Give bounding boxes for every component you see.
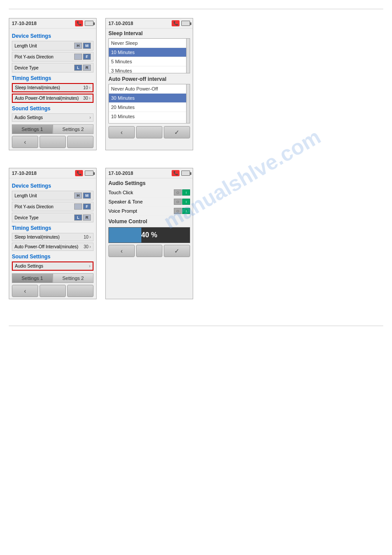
power-item-2[interactable]: 20 Minutes [109,103,190,112]
volume-control-title: Volume Control [108,218,190,225]
power-item-1[interactable]: 30 Minutes [109,94,190,103]
battery-icon-br [181,170,190,176]
bottom-auto-poweroff-row[interactable]: Auto Power-Off Interval(minutes) 30 › [12,243,94,251]
device-type-toggle[interactable]: L R [74,65,91,71]
bottom-tab-settings2[interactable]: Settings 2 [53,273,94,283]
voice-prompt-row: Voice Prompt O I [108,207,190,216]
nav-back-btn[interactable]: ‹ [12,136,38,148]
plot-yaxis-label: Plot Y-axis Direction [14,54,54,59]
bottom-audio-settings-label: Audio Settings [15,264,43,268]
bottom-plot-yaxis-f[interactable]: F [83,203,91,210]
bottom-length-unit-h[interactable]: H [74,192,82,199]
bottom-device-type-r[interactable]: R [83,214,91,221]
bottom-right-empty-btn[interactable] [136,245,162,257]
top-right-header: 17-10-2018 📞 [106,18,193,29]
speaker-tone-row: Speaker & Tone O I [108,197,190,207]
plot-yaxis-row: Plot Y-axis Direction F [12,52,94,62]
volume-control-section: Volume Control 40 % [108,218,190,243]
voice-prompt-on[interactable]: I [182,208,190,214]
nav-empty1-btn[interactable] [40,136,66,148]
auto-poweroff-row[interactable]: Auto Power-Off Interval(minutes) 30 › [12,94,94,103]
top-right-back-btn[interactable]: ‹ [108,126,135,138]
plot-yaxis-f[interactable]: F [83,54,91,60]
bottom-right-header: 17-10-2018 📞 [106,168,193,178]
bottom-sleep-interval-value: 10 [84,235,89,239]
tab-settings2[interactable]: Settings 2 [53,124,94,134]
bottom-sleep-interval-row[interactable]: Sleep Interval(minutes) 10 › [12,233,94,241]
bottom-length-unit-toggle[interactable]: H M [74,192,91,199]
top-right-body: Sleep Interval Never Sleep 10 Minutes 5 … [106,29,193,140]
bottom-plot-yaxis-toggle[interactable]: F [74,203,91,210]
bottom-device-settings-title: Device Settings [12,183,94,189]
device-type-row: Device Type L R [12,63,94,73]
top-left-body: Device Settings Length Unit H M Plot Y-a… [9,29,96,150]
bottom-audio-settings-row[interactable]: Audio Settings › [12,261,94,271]
bottom-plot-yaxis-opt1[interactable] [74,203,82,210]
voice-prompt-off[interactable]: O [174,208,182,214]
sleep-interval-row[interactable]: Sleep Interval(minutes) 10 › [12,83,94,92]
length-unit-h[interactable]: H [74,43,82,49]
timing-settings-title: Timing Settings [12,75,94,81]
top-divider [9,9,383,9]
length-unit-label: Length Unit [14,44,37,48]
bottom-left-icons: 📞 [75,170,94,176]
touch-click-toggle[interactable]: O I [174,189,190,196]
bottom-length-unit-m[interactable]: M [83,192,91,199]
top-panels-row: 17-10-2018 📞 Device Settings Length Unit… [9,18,383,150]
bottom-tab-settings1[interactable]: Settings 1 [12,273,53,283]
bottom-right-icons: 📞 [172,170,190,176]
bottom-nav-back-btn[interactable]: ‹ [12,285,38,297]
touch-click-off[interactable]: O [174,189,182,196]
top-left-date: 17-10-2018 [12,21,36,26]
sleep-scrollbar[interactable] [186,39,190,73]
touch-click-label: Touch Click [108,190,133,195]
bottom-auto-poweroff-arrow: › [90,244,91,249]
bottom-right-confirm-btn[interactable]: ✓ [164,245,190,257]
device-type-l[interactable]: L [74,65,82,71]
top-right-icons: 📞 [172,20,190,26]
length-unit-m[interactable]: M [83,43,91,49]
bottom-settings-tabs: Settings 1 Settings 2 [12,273,94,283]
plot-yaxis-opt1[interactable] [74,54,82,60]
sleep-item-2[interactable]: 5 Minutes [109,57,190,66]
volume-percent: 40 % [141,231,157,239]
top-right-confirm-btn[interactable]: ✓ [164,126,190,138]
bottom-sleep-interval-label: Sleep Interval(minutes) [14,235,60,239]
sleep-interval-value: 10 [83,85,88,90]
poweroff-scrollbar[interactable] [186,84,190,123]
bottom-device-type-l[interactable]: L [74,214,82,221]
power-item-3[interactable]: 10 Minutes [109,112,190,121]
bottom-device-type-label: Device Type [14,215,39,220]
phone-icon: 📞 [75,20,83,26]
sound-settings-title: Sound Settings [12,105,94,112]
top-right-empty-btn[interactable] [136,126,162,138]
device-type-r[interactable]: R [83,65,91,71]
bottom-device-type-toggle[interactable]: L R [74,214,91,221]
bottom-right-panel: 17-10-2018 📞 Audio Settings Touch Click … [105,168,193,299]
auto-poweroff-list-title: Auto Power-off interval [108,76,190,82]
voice-prompt-toggle[interactable]: O I [174,208,190,214]
length-unit-toggle[interactable]: H M [74,43,91,49]
device-settings-title: Device Settings [12,33,94,39]
bottom-nav-empty1-btn[interactable] [40,285,66,297]
sleep-item-0[interactable]: Never Sleep [109,39,190,48]
bottom-left-body: Device Settings Length Unit H M Plot Y-a… [9,178,96,299]
bottom-nav-empty2-btn[interactable] [67,285,94,297]
plot-yaxis-toggle[interactable]: F [74,54,91,60]
speaker-tone-on[interactable]: I [182,199,190,205]
audio-settings-arrow: › [90,115,91,120]
bottom-divider [9,326,383,326]
speaker-tone-off[interactable]: O [174,199,182,205]
phone-icon-right: 📞 [172,20,180,26]
bottom-timing-settings-title: Timing Settings [12,225,94,231]
nav-empty2-btn[interactable] [67,136,94,148]
sleep-item-1[interactable]: 10 Minutes [109,48,190,57]
volume-bar[interactable]: 40 % [108,227,190,243]
audio-settings-row[interactable]: Audio Settings › [12,113,94,122]
sleep-item-3[interactable]: 3 Minutes [109,66,190,76]
tab-settings1[interactable]: Settings 1 [12,124,53,134]
power-item-0[interactable]: Never Auto Power-Off [109,84,190,94]
bottom-right-back-btn[interactable]: ‹ [108,245,135,257]
touch-click-on[interactable]: I [182,189,190,196]
speaker-tone-toggle[interactable]: O I [174,199,190,205]
